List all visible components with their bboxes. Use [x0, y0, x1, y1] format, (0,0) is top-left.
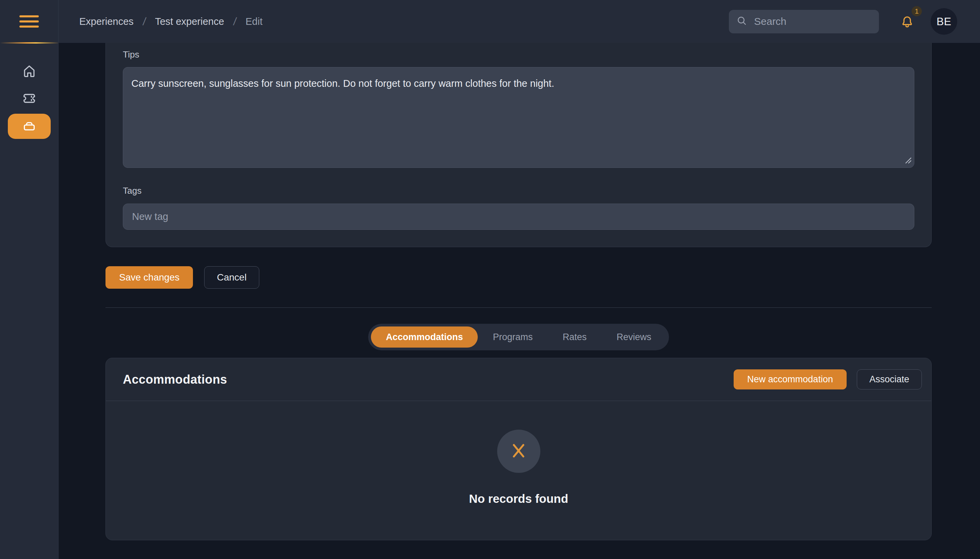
sidebar-item-tickets[interactable]	[8, 86, 51, 112]
tab-rates[interactable]: Rates	[548, 326, 602, 347]
accommodations-actions: New accommodation Associate	[734, 369, 922, 389]
x-mark-icon	[510, 442, 528, 461]
avatar[interactable]: BE	[931, 8, 957, 35]
new-accommodation-button[interactable]: New accommodation	[734, 369, 846, 389]
section-divider	[106, 308, 932, 308]
cancel-button[interactable]: Cancel	[204, 266, 259, 289]
breadcrumb-experiences[interactable]: Experiences	[79, 16, 134, 27]
sidebar-header	[0, 0, 58, 43]
main-content: Tips Carry sunscreen, sunglasses for sun…	[59, 43, 980, 559]
search-input[interactable]	[754, 16, 871, 27]
save-changes-button[interactable]: Save changes	[106, 266, 193, 289]
tabbar: Accommodations Programs Rates Reviews	[368, 324, 669, 350]
breadcrumb-separator: /	[142, 15, 147, 28]
tabs-row: Accommodations Programs Rates Reviews	[106, 324, 932, 350]
form-actions: Save changes Cancel	[106, 266, 932, 289]
tips-label: Tips	[123, 50, 914, 60]
sidebar-item-experiences[interactable]	[8, 114, 51, 139]
sidebar-nav	[0, 59, 58, 141]
case-icon	[21, 118, 37, 135]
tab-programs[interactable]: Programs	[478, 326, 548, 347]
bell-icon	[900, 14, 914, 28]
breadcrumb-separator: /	[233, 15, 237, 28]
search-icon	[736, 15, 754, 28]
tab-accommodations[interactable]: Accommodations	[371, 326, 478, 347]
home-icon	[21, 63, 37, 80]
topbar-right: 1 BE	[729, 8, 957, 35]
breadcrumb-edit: Edit	[246, 16, 263, 27]
no-records-text: No records found	[469, 492, 568, 506]
empty-state: No records found	[106, 401, 931, 540]
sidebar	[0, 0, 59, 559]
associate-button[interactable]: Associate	[857, 369, 922, 389]
ticket-icon	[21, 91, 37, 108]
search-box[interactable]	[729, 10, 879, 33]
topbar: Experiences / Test experience / Edit 1	[59, 0, 980, 43]
sidebar-item-home[interactable]	[8, 59, 51, 84]
accommodations-card: Accommodations New accommodation Associa…	[106, 358, 932, 540]
accommodations-title: Accommodations	[123, 372, 227, 387]
tags-input[interactable]	[123, 203, 914, 230]
experience-form-card: Tips Carry sunscreen, sunglasses for sun…	[106, 43, 932, 247]
notification-badge: 1	[912, 6, 922, 17]
breadcrumb-test-experience[interactable]: Test experience	[155, 16, 224, 27]
tab-reviews[interactable]: Reviews	[602, 326, 666, 347]
tips-field-wrap: Carry sunscreen, sunglasses for sun prot…	[123, 67, 914, 168]
no-records-circle	[497, 430, 540, 473]
breadcrumb: Experiences / Test experience / Edit	[79, 15, 262, 28]
hamburger-menu-icon[interactable]	[20, 15, 39, 28]
tips-textarea[interactable]: Carry sunscreen, sunglasses for sun prot…	[123, 67, 914, 168]
tags-label: Tags	[123, 185, 914, 196]
accommodations-header: Accommodations New accommodation Associa…	[106, 358, 931, 401]
notifications-button[interactable]: 1	[900, 14, 914, 28]
